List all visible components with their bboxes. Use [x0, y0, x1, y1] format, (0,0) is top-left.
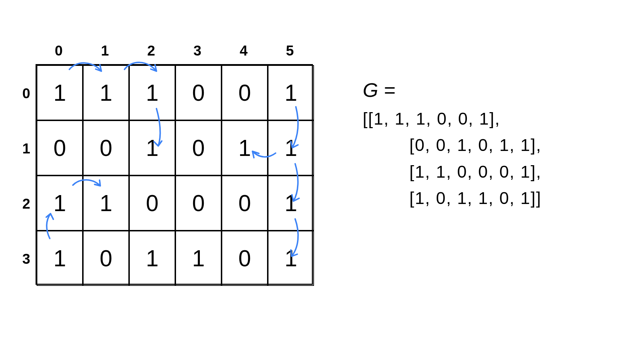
diagram-stage: 0 1 2 3 4 5 0 1 2 3 1 1 1 0 0 1 0 0 1 0 …	[0, 0, 644, 356]
matrix-row-0: [[1, 1, 1, 0, 0, 1],	[363, 106, 542, 132]
cell-0-3: 0	[175, 65, 222, 120]
cell-3-3: 1	[175, 231, 222, 286]
matrix-row-1: [0, 0, 1, 0, 1, 1],	[363, 132, 542, 158]
cell-0-0: 1	[37, 65, 83, 120]
row-header-3: 3	[16, 251, 30, 267]
cell-1-4: 1	[222, 120, 268, 176]
cell-1-1: 0	[83, 120, 129, 176]
cell-1-0: 0	[37, 120, 83, 176]
cell-0-4: 0	[222, 65, 268, 120]
col-header-4: 4	[220, 43, 267, 59]
cell-3-2: 1	[129, 231, 175, 286]
col-header-1: 1	[82, 43, 128, 59]
cell-2-4: 0	[222, 176, 268, 231]
cell-2-0: 1	[37, 176, 83, 231]
col-header-2: 2	[128, 43, 174, 59]
cell-1-3: 0	[175, 120, 222, 176]
matrix-definition: G = [[1, 1, 1, 0, 0, 1], [0, 0, 1, 0, 1,…	[363, 75, 542, 211]
cell-2-5: 1	[268, 176, 314, 231]
cell-1-2: 1	[129, 120, 175, 176]
row-header-2: 2	[16, 196, 30, 212]
matrix-lhs: G =	[363, 75, 395, 106]
cell-2-2: 0	[129, 176, 175, 231]
cell-3-0: 1	[37, 231, 83, 286]
cell-1-5: 1	[268, 120, 314, 176]
cell-2-3: 0	[175, 176, 222, 231]
matrix-row-3: [1, 0, 1, 1, 0, 1]]	[363, 185, 542, 211]
cell-0-5: 1	[268, 65, 314, 120]
grid: 1 1 1 0 0 1 0 0 1 0 1 1 1 1 0 0 0 1 1 0 …	[36, 64, 313, 285]
cell-0-1: 1	[83, 65, 129, 120]
cell-0-2: 1	[129, 65, 175, 120]
row-header-0: 0	[16, 85, 30, 101]
cell-2-1: 1	[83, 176, 129, 231]
col-header-0: 0	[36, 43, 82, 59]
cell-3-1: 0	[83, 231, 129, 286]
col-header-3: 3	[174, 43, 220, 59]
col-header-5: 5	[267, 43, 313, 59]
matrix-row-2: [1, 1, 0, 0, 0, 1],	[363, 159, 542, 185]
row-header-1: 1	[16, 141, 30, 157]
cell-3-4: 0	[222, 231, 268, 286]
cell-3-5: 1	[268, 231, 314, 286]
